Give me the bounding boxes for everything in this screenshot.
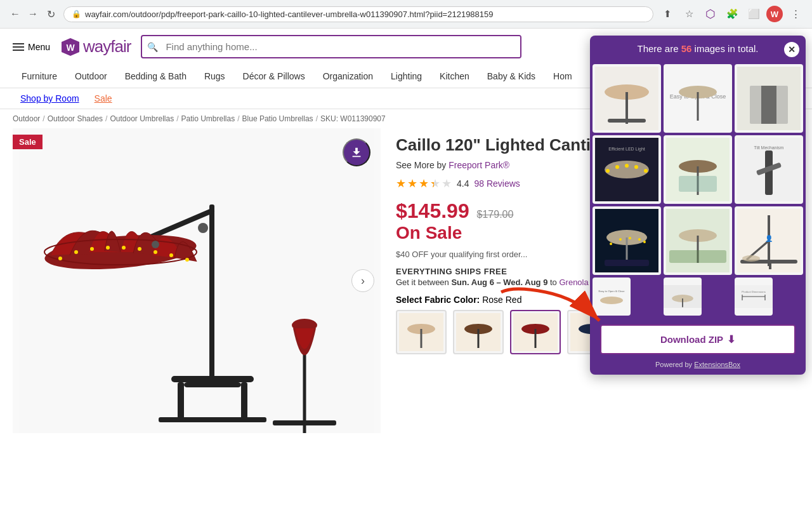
svg-rect-60 bbox=[679, 176, 717, 192]
nav-home[interactable]: Hom bbox=[544, 65, 581, 88]
search-input[interactable] bbox=[163, 36, 520, 57]
svg-point-16 bbox=[122, 246, 126, 250]
svg-rect-63 bbox=[765, 150, 773, 195]
svg-rect-3 bbox=[209, 204, 214, 382]
svg-rect-6 bbox=[178, 382, 184, 420]
svg-point-71 bbox=[629, 237, 631, 239]
current-price: $145.99 bbox=[396, 199, 469, 222]
popup-img-8[interactable] bbox=[664, 206, 732, 275]
popup-img-11[interactable] bbox=[664, 277, 702, 316]
svg-rect-82 bbox=[769, 260, 771, 269]
nav-baby-kids[interactable]: Baby & Kids bbox=[478, 65, 544, 88]
popup-close-button[interactable]: ✕ bbox=[784, 42, 799, 57]
product-umbrella-svg bbox=[19, 128, 374, 433]
forward-button[interactable]: → bbox=[25, 6, 41, 22]
svg-point-70 bbox=[619, 238, 622, 241]
brand-link[interactable]: Freeport Park® bbox=[449, 160, 509, 170]
svg-rect-8 bbox=[159, 417, 266, 422]
shop-by-room[interactable]: Shop by Room bbox=[13, 88, 87, 109]
more-menu[interactable]: ⋮ bbox=[787, 5, 804, 23]
svg-point-24 bbox=[198, 223, 208, 233]
sep1: / bbox=[43, 114, 44, 123]
popup-img-1[interactable] bbox=[593, 64, 661, 133]
star-3: ★ bbox=[419, 177, 429, 190]
extension-icon-2[interactable]: 🧩 bbox=[723, 5, 741, 23]
nav-rugs[interactable]: Rugs bbox=[195, 65, 234, 88]
menu-button[interactable]: Menu bbox=[13, 42, 50, 52]
svg-point-14 bbox=[90, 247, 94, 251]
star-5: ★ bbox=[442, 177, 452, 190]
extensions-box-link[interactable]: ExtensionsBox bbox=[694, 361, 740, 368]
nav-decor[interactable]: Décor & Pillows bbox=[234, 65, 314, 88]
breadcrumb-outdoor-umbrellas[interactable]: Outdoor Umbrellas bbox=[110, 114, 174, 123]
svg-point-19 bbox=[169, 253, 173, 257]
popup-img-3[interactable] bbox=[735, 64, 803, 133]
download-image-button[interactable] bbox=[343, 138, 370, 166]
breadcrumb-patio-umbrellas[interactable]: Patio Umbrellas bbox=[181, 114, 235, 123]
swatch-coffee[interactable] bbox=[453, 310, 504, 354]
svg-point-53 bbox=[615, 165, 619, 169]
popup-header: There are 56 images in total. ✕ bbox=[590, 36, 806, 62]
logo-icon: W bbox=[60, 37, 81, 57]
nav-lighting[interactable]: Lighting bbox=[382, 65, 431, 88]
download-zip-label: Download ZIP bbox=[660, 334, 723, 345]
share-button[interactable]: ⬆ bbox=[658, 5, 676, 23]
sale-link[interactable]: Sale bbox=[87, 88, 120, 109]
user-avatar[interactable]: W bbox=[766, 6, 783, 22]
sku-label: SKU: W011390907 bbox=[320, 114, 386, 123]
star-1: ★ bbox=[396, 177, 406, 190]
nav-kitchen[interactable]: Kitchen bbox=[431, 65, 478, 88]
svg-rect-41 bbox=[608, 119, 646, 123]
svg-point-15 bbox=[106, 246, 110, 250]
breadcrumb-blue-patio[interactable]: Blue Patio Umbrellas bbox=[242, 114, 313, 123]
popup-img-2[interactable]: Easy to Open & Close bbox=[664, 64, 732, 133]
powered-by: Powered by ExtensionsBox bbox=[590, 361, 806, 375]
svg-point-13 bbox=[74, 250, 78, 254]
popup-img-6[interactable]: Tilt Mechanism bbox=[735, 135, 803, 204]
nav-organization[interactable]: Organization bbox=[314, 65, 382, 88]
bookmark-button[interactable]: ☆ bbox=[680, 5, 698, 23]
nav-furniture[interactable]: Furniture bbox=[13, 65, 66, 88]
svg-text:Tilt Mechanism: Tilt Mechanism bbox=[754, 145, 784, 150]
star-4: ★★ bbox=[430, 177, 440, 190]
svg-point-51 bbox=[605, 161, 649, 178]
review-count-link[interactable]: 98 Reviews bbox=[474, 178, 520, 189]
nav-outdoor[interactable]: Outdoor bbox=[66, 65, 116, 88]
popup-img-7[interactable] bbox=[593, 206, 661, 275]
delivery-dates: Sun. Aug 6 – Wed. Aug 9 bbox=[451, 277, 547, 287]
popup-img-9[interactable]: 👤 bbox=[735, 206, 803, 275]
sep4: / bbox=[237, 114, 239, 123]
svg-rect-4 bbox=[171, 376, 254, 382]
svg-text:Easy to Open & Close: Easy to Open & Close bbox=[598, 290, 625, 293]
next-image-button[interactable]: › bbox=[351, 269, 374, 292]
breadcrumb-outdoor[interactable]: Outdoor bbox=[13, 114, 40, 123]
popup-img-4[interactable]: Efficient LED Light bbox=[593, 135, 661, 204]
menu-label: Menu bbox=[28, 42, 50, 52]
breadcrumb-outdoor-shades[interactable]: Outdoor Shades bbox=[48, 114, 103, 123]
popup-img-10[interactable]: Easy to Open & Close bbox=[593, 277, 631, 316]
refresh-button[interactable]: ↻ bbox=[43, 6, 58, 22]
back-button[interactable]: ← bbox=[8, 6, 23, 22]
star-2: ★ bbox=[407, 177, 417, 190]
swatch-beige[interactable] bbox=[396, 310, 447, 354]
selected-color: Rose Red bbox=[482, 295, 521, 305]
download-zip-button[interactable]: Download ZIP ⬇ bbox=[600, 324, 796, 354]
swatch-rose-red[interactable] bbox=[510, 310, 561, 354]
star-rating: ★ ★ ★ ★★ ★ bbox=[396, 177, 452, 190]
wayfair-logo[interactable]: W wayfair bbox=[60, 37, 131, 57]
svg-point-87 bbox=[600, 297, 623, 304]
window-btn[interactable]: ⬜ bbox=[745, 5, 763, 23]
image-count: 56 bbox=[681, 43, 692, 54]
popup-img-12[interactable]: Product Dimensions bbox=[735, 277, 773, 316]
extension-icon-1[interactable]: ⬡ bbox=[702, 5, 719, 23]
download-zip-icon: ⬇ bbox=[727, 333, 735, 345]
nav-bedding[interactable]: Bedding & Bath bbox=[116, 65, 195, 88]
popup-img-5[interactable] bbox=[664, 135, 732, 204]
address-bar[interactable]: 🔒 wayfair.com/outdoor/pdp/freeport-park-… bbox=[63, 6, 653, 22]
popup-images-grid: Easy to Open & Close Efficient LED Light… bbox=[590, 62, 806, 318]
logo-text: wayfair bbox=[83, 37, 131, 57]
svg-point-56 bbox=[644, 169, 648, 173]
product-image: › bbox=[13, 128, 381, 433]
svg-point-17 bbox=[138, 247, 141, 251]
svg-point-69 bbox=[610, 243, 612, 245]
